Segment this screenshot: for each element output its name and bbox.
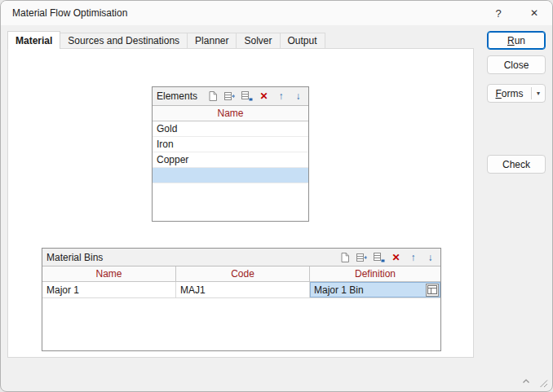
tab-strip: MaterialSources and DestinationsPlannerS… — [7, 31, 325, 48]
material-bins-grid: Material Bins ✕↑↓ NameCodeDefinition Maj… — [42, 248, 441, 351]
delete-record-icon[interactable]: ✕ — [390, 251, 402, 263]
bins-column-definition[interactable]: Definition — [310, 266, 440, 281]
forms-button-label: Forms — [488, 88, 531, 99]
elements-rows: GoldIronCopper — [153, 121, 308, 221]
elements-header: Name — [153, 106, 308, 121]
elements-column-name[interactable]: Name — [153, 106, 308, 121]
grid-toolbar: ✕↑↓ — [206, 90, 304, 103]
resize-grip-icon[interactable] — [539, 379, 548, 388]
delete-record-icon[interactable]: ✕ — [258, 90, 270, 103]
move-down-icon[interactable]: ↓ — [292, 90, 304, 103]
tab-sources-and-destinations[interactable]: Sources and Destinations — [60, 33, 188, 48]
insert-record-icon[interactable] — [223, 90, 236, 103]
elements-grid-caption: Elements ✕↑↓ — [153, 87, 308, 106]
grid-toolbar: ✕↑↓ — [338, 251, 436, 263]
close-button-label: Close — [504, 59, 529, 71]
check-button-label: Check — [502, 159, 530, 170]
elements-row[interactable]: Gold — [153, 121, 308, 137]
forms-dropdown-icon[interactable]: ▾ — [532, 90, 545, 97]
insert-record-icon[interactable] — [356, 251, 368, 263]
material-flow-optimisation-dialog: Material Flow Optimisation ? ✕ MaterialS… — [0, 0, 553, 392]
material-bins-grid-caption: Material Bins ✕↑↓ — [42, 249, 440, 266]
bins-row[interactable]: Major 1MAJ1Major 1 Bin — [42, 282, 440, 298]
help-button[interactable]: ? — [480, 1, 516, 25]
bins-column-name[interactable]: Name — [42, 266, 176, 281]
append-record-icon[interactable] — [241, 90, 253, 103]
append-record-icon[interactable] — [373, 251, 385, 263]
move-up-icon[interactable]: ↑ — [275, 90, 287, 103]
run-button[interactable]: Run — [487, 31, 546, 50]
elements-row[interactable]: Iron — [153, 137, 308, 152]
material-bins-grid-title: Material Bins — [46, 252, 338, 263]
elements-new-row[interactable] — [153, 168, 308, 183]
tab-material[interactable]: Material — [7, 31, 60, 49]
move-down-icon[interactable]: ↓ — [424, 251, 436, 263]
move-up-icon[interactable]: ↑ — [407, 251, 419, 263]
bins-cell-code[interactable]: MAJ1 — [176, 282, 310, 297]
new-record-icon[interactable] — [206, 90, 219, 103]
tab-planner[interactable]: Planner — [187, 33, 237, 48]
bins-column-code[interactable]: Code — [176, 266, 310, 281]
bins-cell-definition[interactable]: Major 1 Bin — [310, 282, 440, 297]
close-button[interactable]: Close — [487, 55, 546, 74]
check-button[interactable]: Check — [487, 155, 546, 174]
bins-cell-text: Major 1 Bin — [314, 284, 364, 296]
tab-output[interactable]: Output — [280, 33, 325, 48]
definition-editor-button[interactable] — [426, 284, 439, 297]
new-record-icon[interactable] — [338, 251, 351, 263]
elements-row[interactable]: Copper — [153, 152, 308, 168]
elements-grid-title: Elements — [157, 90, 206, 102]
run-button-label: Run — [507, 35, 525, 46]
bins-rows: Major 1MAJ1Major 1 Bin — [42, 282, 440, 350]
window-title: Material Flow Optimisation — [1, 7, 127, 19]
elements-grid: Elements ✕↑↓ Name GoldIronCopper — [152, 86, 309, 222]
bins-cell-name[interactable]: Major 1 — [42, 282, 176, 297]
forms-button[interactable]: Forms ▾ — [487, 84, 546, 103]
tab-solver[interactable]: Solver — [236, 33, 280, 48]
window-close-button[interactable]: ✕ — [516, 1, 552, 25]
collapse-chevron-icon[interactable] — [521, 377, 531, 386]
title-bar[interactable]: Material Flow Optimisation ? ✕ — [1, 1, 552, 25]
bins-header: NameCodeDefinition — [42, 266, 440, 282]
